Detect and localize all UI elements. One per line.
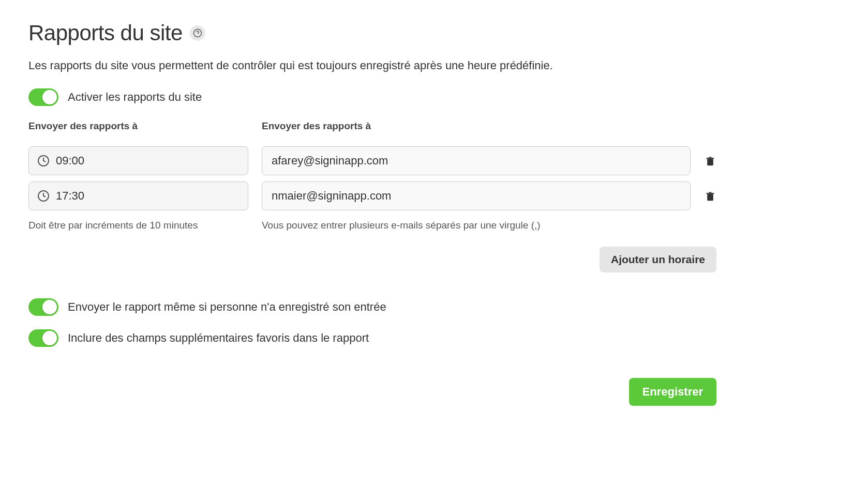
trash-icon: [705, 190, 715, 202]
send-if-empty-label: Envoyer le rapport même si personne n'a …: [68, 300, 386, 314]
clock-icon: [37, 155, 50, 167]
page-title: Rapports du site: [28, 21, 183, 45]
include-favorites-toggle[interactable]: [28, 329, 58, 347]
time-column-label: Envoyer des rapports à: [28, 120, 248, 132]
schedule-row: 09:00: [28, 146, 716, 175]
send-if-empty-toggle[interactable]: [28, 298, 58, 316]
save-button[interactable]: Enregistrer: [629, 378, 716, 406]
enable-reports-toggle[interactable]: [28, 88, 58, 106]
help-button[interactable]: [190, 25, 205, 41]
include-favorites-label: Inclure des champs supplémentaires favor…: [68, 331, 369, 345]
time-value: 09:00: [56, 154, 84, 168]
page-description: Les rapports du site vous permettent de …: [28, 58, 840, 74]
enable-reports-label: Activer les rapports du site: [68, 90, 202, 104]
delete-row-button[interactable]: [704, 190, 716, 202]
trash-icon: [705, 155, 715, 167]
delete-row-button[interactable]: [704, 155, 716, 167]
clock-icon: [37, 190, 50, 202]
schedule-row: 17:30: [28, 181, 716, 210]
email-column-label: Envoyer des rapports à: [262, 120, 716, 132]
time-input[interactable]: 17:30: [28, 181, 248, 210]
email-input[interactable]: [262, 181, 691, 210]
time-value: 17:30: [56, 189, 84, 203]
question-icon: [193, 28, 202, 38]
email-input[interactable]: [262, 146, 691, 175]
email-hint: Vous pouvez entrer plusieurs e-mails sép…: [262, 220, 716, 231]
time-hint: Doit être par incréments de 10 minutes: [28, 220, 248, 231]
time-input[interactable]: 09:00: [28, 146, 248, 175]
add-schedule-button[interactable]: Ajouter un horaire: [600, 247, 716, 272]
